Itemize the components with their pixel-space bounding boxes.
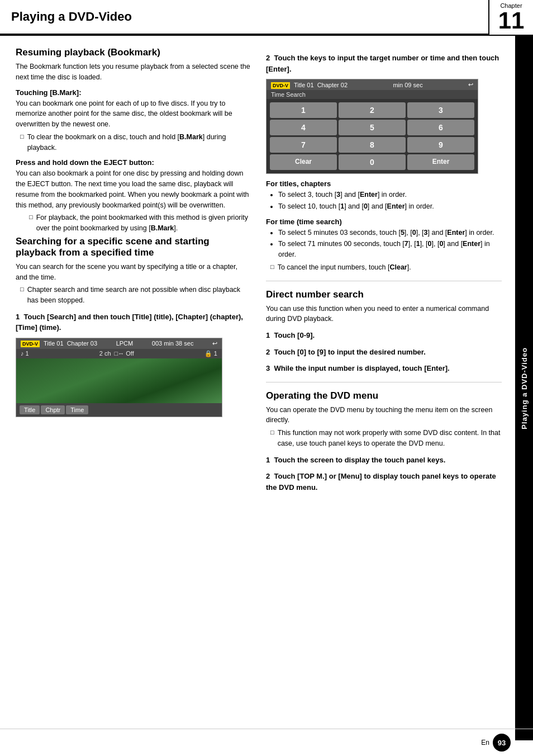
screen1-logo: DVD-V Title 01 Chapter 03 (21, 340, 97, 347)
checkbox-icon-2: □ (29, 214, 33, 220)
press-hold-text: You can also bookmark a point for one di… (16, 168, 250, 210)
for-time-note-block: □ To cancel the input numbers, touch [Cl… (270, 262, 502, 273)
searching-note-block: □ Chapter search and time search are not… (20, 285, 250, 306)
screen2-sub: Time Search (266, 90, 478, 99)
for-time-list: To select 5 minutes 03 seconds, touch [5… (272, 228, 502, 260)
en-label: En (481, 739, 489, 746)
press-hold-note: For playback, the point bookmarked with … (36, 212, 250, 234)
screen1-sub3: 🔒 1 (204, 350, 217, 357)
touching-text: You can bookmark one point for each of u… (16, 98, 250, 130)
side-tab: Playing a DVD-Video (515, 36, 533, 740)
screen1-time: 003 min 38 sec (152, 340, 194, 347)
searching-note: Chapter search and time search are not p… (27, 285, 250, 306)
screen1: DVD-V Title 01 Chapter 03 LPCM 003 min 3… (16, 338, 222, 417)
for-time-item-2: To select 71 minutes 00 seconds, touch [… (278, 239, 502, 260)
step1-number: 1 (16, 313, 20, 321)
screen2-logo: DVD-V Title 01 Chapter 02 (271, 82, 348, 88)
dvd-step1: 1 Touch the screen to display the touch … (266, 455, 502, 466)
section-direct: Direct number search You can use this fu… (266, 289, 502, 374)
time-btn[interactable]: Time (66, 405, 88, 414)
screen2-title: Title 01 Chapter 02 (294, 82, 348, 88)
content-area: Resuming playback (Bookmark) The Bookmar… (0, 36, 533, 740)
for-titles-item-1: To select 3, touch [3] and [Enter] in or… (278, 190, 502, 200)
numpad-enter[interactable]: Enter (407, 154, 474, 170)
resuming-title: Resuming playback (Bookmark) (16, 47, 250, 58)
numpad-4[interactable]: 4 (270, 120, 337, 135)
numpad-9[interactable]: 9 (407, 137, 474, 153)
col-right: 2 Touch the keys to input the target num… (266, 47, 502, 494)
checkbox-icon-4: □ (270, 263, 274, 270)
screen1-extra: LPCM (116, 340, 134, 347)
checkbox-icon: □ (20, 133, 24, 140)
screen2-time: min 09 sec (393, 82, 422, 88)
divider-1 (266, 281, 502, 281)
numpad: 1 2 3 4 5 6 7 8 9 Clear 0 Enter (266, 99, 478, 173)
direct-step3: 3 While the input number is displayed, t… (266, 363, 502, 374)
numpad-6[interactable]: 6 (407, 120, 474, 135)
for-titles-list: To select 3, touch [3] and [Enter] in or… (272, 190, 502, 212)
screen1-title: Title 01 Chapter 03 (44, 340, 97, 347)
for-titles-heading: For titles, chapters (266, 179, 502, 188)
numpad-7[interactable]: 7 (270, 137, 337, 153)
press-hold-note-block: □ For playback, the point bookmarked wit… (29, 212, 250, 234)
for-time-item-1: To select 5 minutes 03 seconds, touch [5… (278, 228, 502, 238)
screen1-sub2: 2 ch □↔ Off (99, 350, 134, 357)
chapter-btn[interactable]: Chptr (41, 405, 65, 414)
screen1-controls: Title Chptr Time (16, 403, 222, 417)
screen1-header: DVD-V Title 01 Chapter 03 LPCM 003 min 3… (16, 338, 222, 349)
screen1-back: ↩ (212, 340, 217, 347)
screen2-header: DVD-V Title 01 Chapter 02 min 09 sec ↩ (266, 79, 478, 90)
screen1-sub-header: ♪ 1 2 ch □↔ Off 🔒 1 (16, 349, 222, 358)
numpad-3[interactable]: 3 (407, 102, 474, 118)
page: Playing a DVD-Video Chapter 11 Resuming … (0, 0, 533, 756)
col-left: Resuming playback (Bookmark) The Bookmar… (16, 47, 250, 494)
searching-intro: You can search for the scene you want by… (16, 262, 250, 283)
step2-label: 2 Touch the keys to input the target num… (266, 53, 502, 74)
two-col-layout: Resuming playback (Bookmark) The Bookmar… (16, 47, 502, 494)
dvd-menu-title: Operating the DVD menu (266, 390, 502, 401)
page-title: Playing a DVD-Video (11, 10, 132, 24)
dvd-menu-intro: You can operate the DVD menu by touching… (266, 405, 502, 426)
page-number: 93 (493, 734, 511, 752)
step2-number: 2 (266, 54, 270, 62)
for-titles-item-2: To select 10, touch [1] and [0] and [Ent… (278, 201, 502, 212)
screen2-logo-badge: DVD-V (271, 82, 290, 89)
section-searching: Searching for a specific scene and start… (16, 236, 250, 417)
page-footer: En 93 (0, 729, 533, 756)
screen2: DVD-V Title 01 Chapter 02 min 09 sec ↩ T… (266, 79, 478, 174)
chapter-number: 11 (498, 9, 525, 32)
divider-2 (266, 382, 502, 382)
for-time-heading: For time (time search) (266, 218, 502, 226)
numpad-0[interactable]: 0 (339, 154, 406, 170)
touching-note: To clear the bookmark on a disc, touch a… (27, 132, 250, 153)
for-time-note: To cancel the input numbers, touch [Clea… (278, 262, 411, 273)
press-hold-heading: Press and hold down the EJECT button: (16, 158, 250, 167)
section-resuming: Resuming playback (Bookmark) The Bookmar… (16, 47, 250, 234)
title-btn[interactable]: Title (20, 405, 40, 414)
section-dvd-menu: Operating the DVD menu You can operate t… (266, 390, 502, 493)
page-header: Playing a DVD-Video Chapter 11 (0, 0, 533, 36)
searching-title: Searching for a specific scene and start… (16, 236, 250, 258)
step1-text: Touch [Search] and then touch [Title] (t… (16, 313, 243, 332)
direct-step2: 2 Touch [0] to [9] to input the desired … (266, 347, 502, 358)
touching-heading: Touching [B.Mark]: (16, 88, 250, 97)
step2-text: Touch the keys to input the target numbe… (266, 54, 499, 73)
screen2-back: ↩ (468, 81, 473, 88)
dvd-menu-note: This function may not work properly with… (278, 428, 502, 449)
resuming-intro: The Bookmark function lets you resume pl… (16, 62, 250, 83)
numpad-5[interactable]: 5 (339, 120, 406, 135)
numpad-clear[interactable]: Clear (270, 154, 337, 170)
numpad-8[interactable]: 8 (339, 137, 406, 153)
checkbox-icon-5: □ (270, 429, 274, 436)
screen1-video (16, 358, 222, 403)
numpad-1[interactable]: 1 (270, 102, 337, 118)
step1-label: 1 Touch [Search] and then touch [Title] … (16, 311, 250, 333)
page-title-box: Playing a DVD-Video (0, 0, 488, 35)
screen2-search-label: Time Search (271, 91, 306, 98)
direct-intro: You can use this function when you need … (266, 304, 502, 325)
numpad-2[interactable]: 2 (339, 102, 406, 118)
checkbox-icon-3: □ (20, 286, 24, 292)
dvd-menu-note-block: □ This function may not work properly wi… (270, 428, 502, 449)
dvd-step2: 2 Touch [TOP M.] or [Menu] to display to… (266, 471, 502, 493)
screen1-logo-badge: DVD-V (21, 341, 40, 347)
